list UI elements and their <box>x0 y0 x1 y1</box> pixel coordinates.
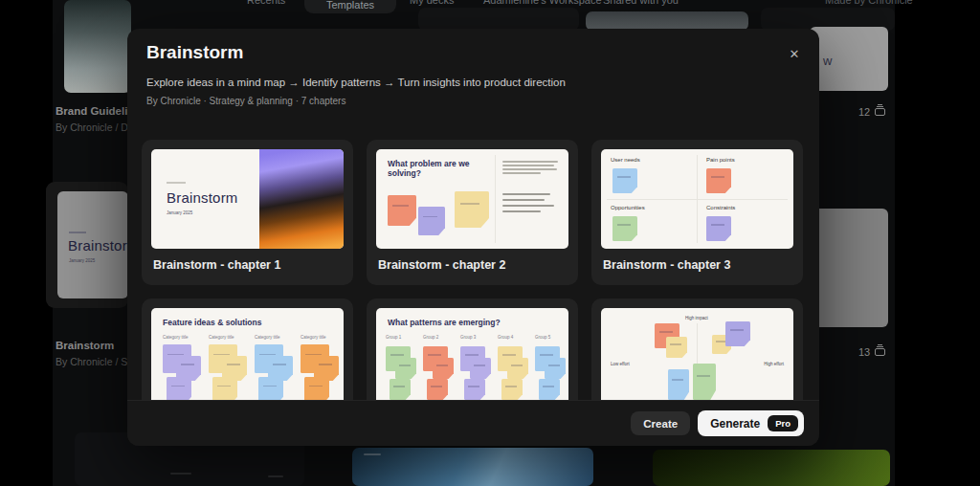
chapter-card-1[interactable]: Brainstorm January 2025 Brainstorm - cha… <box>142 140 353 285</box>
tab-recents[interactable]: Recents <box>247 0 285 6</box>
quadrant-label: User needs <box>611 157 640 163</box>
chapter-2-slide: What problem are we solving? <box>376 149 568 249</box>
slide-title: Brainstorm <box>167 189 238 206</box>
chapter-5-slide: What patterns are emerging? Group 1 Grou… <box>376 308 568 408</box>
generate-button-label: Generate <box>710 417 760 431</box>
axis-label-left: Low effort <box>611 362 630 366</box>
create-button[interactable]: Create <box>631 411 690 435</box>
background-slide-thumbnail[interactable] <box>810 209 888 327</box>
tab-templates[interactable]: Templates <box>304 0 396 13</box>
tab-workspace[interactable]: Adamlenine's Workspace <box>483 0 602 6</box>
close-button[interactable]: ✕ <box>783 42 806 65</box>
background-card <box>418 8 579 31</box>
chapter-1-slide: Brainstorm January 2025 <box>151 149 344 249</box>
brainstorm-bg-title: Brainstorm <box>56 340 114 351</box>
brand-guidelines-thumbnail[interactable] <box>64 0 131 93</box>
background-card <box>586 11 748 31</box>
slide-title: What problem are we solving? <box>388 159 487 178</box>
slide-count-value: 12 <box>858 106 870 118</box>
slide-count-value: 13 <box>858 346 870 358</box>
quadrant-label: Pain points <box>706 157 735 163</box>
modal-description: Explore ideas in a mind map → Identify p… <box>146 77 566 88</box>
deck-icon <box>875 108 885 116</box>
partial-slide-text: w <box>823 54 832 68</box>
modal-title: Brainstorm <box>146 42 243 63</box>
brand-guidelines-title: Brand Guidelin <box>56 105 134 117</box>
slide-title: What patterns are emerging? <box>388 318 541 327</box>
chapter-card-3[interactable]: User needs Pain points Opportunities Con… <box>591 140 803 285</box>
tab-shared-with-you[interactable]: Shared with you <box>603 0 679 6</box>
tab-templates-label: Templates <box>326 0 374 11</box>
chapter-card-label: Brainstorm - chapter 2 <box>378 258 505 272</box>
quadrant-label: Opportunities <box>611 205 645 210</box>
group-label: Group 1 <box>386 335 401 340</box>
axis-label-top: High impact <box>685 316 708 320</box>
slide-title: Feature ideas & solutions <box>163 318 316 327</box>
column-label: Category title <box>209 335 234 340</box>
modal-footer: Create Generate Pro <box>127 400 819 446</box>
background-card[interactable] <box>352 448 593 486</box>
deck-icon <box>875 348 885 356</box>
slide-date: January 2025 <box>167 210 192 215</box>
chapter-card-label: Brainstorm - chapter 1 <box>153 258 280 272</box>
modal-meta: By Chronicle · Strategy & planning · 7 c… <box>146 96 345 106</box>
slide-count: 13 <box>858 346 885 358</box>
group-label: Group 3 <box>460 335 476 340</box>
group-label: Group 4 <box>498 335 513 340</box>
tab-my-decks[interactable]: My decks <box>410 0 454 6</box>
slide-count: 12 <box>858 106 885 118</box>
column-label: Category title <box>163 335 189 340</box>
chapter-3-slide: User needs Pain points Opportunities Con… <box>601 149 793 249</box>
chapter-card-2[interactable]: What problem are we solving? Brainstorm … <box>367 140 578 285</box>
brainstorm-cover-thumbnail[interactable]: Brainstorm January 2025 <box>57 191 128 298</box>
group-label: Group 5 <box>535 335 550 340</box>
background-card[interactable] <box>653 450 890 486</box>
column-label: Category title <box>301 335 326 340</box>
made-by-chronicle-label: Made by Chronicle <box>825 0 913 6</box>
screen: Recents Templates My decks Adamlenine's … <box>0 0 980 486</box>
chapter-6-slide: High impact Low effort High effort <box>601 308 793 408</box>
template-preview-modal: Brainstorm ✕ Explore ideas in a mind map… <box>127 29 819 446</box>
quadrant-label: Constraints <box>706 205 735 210</box>
group-label: Group 2 <box>423 335 438 340</box>
brainstorm-cover-date: January 2025 <box>69 258 95 263</box>
pro-badge: Pro <box>768 415 798 431</box>
brand-guidelines-byline: By Chronicle / De <box>56 122 134 133</box>
brainstorm-bg-byline: By Chronicle / Str <box>56 356 134 367</box>
chapter-card-label: Brainstorm - chapter 3 <box>603 258 730 272</box>
background-slide-thumbnail[interactable]: w <box>810 27 888 91</box>
gradient-cover-art <box>259 149 344 249</box>
axis-label-right: High effort <box>764 362 784 366</box>
close-icon: ✕ <box>790 47 800 61</box>
generate-button[interactable]: Generate Pro <box>698 410 804 436</box>
column-label: Category title <box>255 335 280 340</box>
chapter-4-slide: Feature ideas & solutions Category title… <box>151 308 344 408</box>
